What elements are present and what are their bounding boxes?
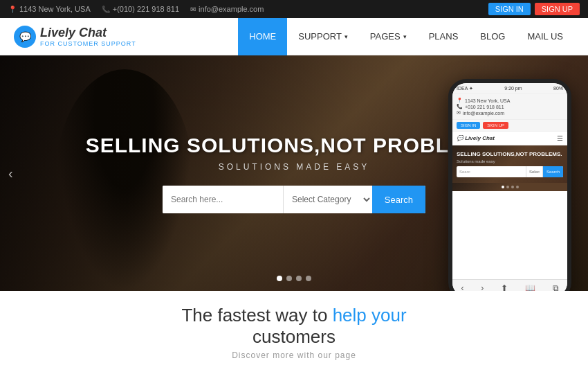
nav-home[interactable]: HOME [238, 18, 287, 55]
phone-email: info@example.com [463, 111, 504, 116]
phone-tel-icon: 📞 [457, 104, 463, 109]
top-bar: 📍 1143 New York, USA 📞 +(010) 221 918 81… [0, 0, 588, 18]
phone-hero-sub: Solutions made easy [457, 159, 563, 163]
logo-main: Lively Chat [40, 26, 136, 40]
hero-title: SELLING SOLUTIONS,NOT PROBLEMS. [86, 133, 503, 158]
logo-sub: FOR CUSTOMER SUPPORT [40, 40, 136, 47]
phone-dot-3[interactable] [511, 186, 514, 188]
phone-phone-row: 📞 +010 221 918 811 [457, 104, 563, 109]
hero-search-bar: Select Category Search [163, 186, 425, 213]
phone-dot-4[interactable] [516, 186, 519, 188]
phone-search-bar: Searc Selec Search [457, 166, 563, 177]
nav-pages[interactable]: PAGES ▾ [359, 18, 418, 55]
signup-button[interactable]: SIGN UP [535, 3, 580, 15]
phone-search-input[interactable]: Searc [457, 166, 526, 177]
top-bar-left: 📍 1143 New York, USA 📞 +(010) 221 918 81… [8, 5, 264, 13]
phone-status-bar: IDEA ✦ 9:20 pm 80% [452, 83, 567, 94]
nav-links: HOME SUPPORT ▾ PAGES ▾ PLANS BLOG MAIL U… [238, 18, 574, 55]
nav-support[interactable]: SUPPORT ▾ [287, 18, 359, 55]
logo: 💬 Lively Chat FOR CUSTOMER SUPPORT [14, 26, 238, 48]
phone-time: 9:20 pm [504, 86, 522, 91]
dot-4[interactable] [306, 276, 311, 281]
phone-dot-2[interactable] [506, 186, 509, 188]
phone-screen: IDEA ✦ 9:20 pm 80% 📍 1143 New York, USA … [452, 83, 567, 291]
phone-auth-btns: SIGN IN SIGN UP [452, 120, 567, 132]
phone-search-btn[interactable]: Search [543, 166, 563, 177]
phone-tabs-icon[interactable]: ⧉ [553, 283, 559, 291]
logo-icon: 💬 [14, 26, 36, 48]
logo-text: Lively Chat FOR CUSTOMER SUPPORT [40, 26, 136, 47]
email-icon: ✉ [190, 6, 196, 13]
phone-text: +(010) 221 918 811 [113, 5, 179, 13]
bottom-section: The fastest way to help your customers D… [0, 291, 588, 374]
phone-share-icon[interactable]: ⬆ [501, 283, 508, 291]
hero-subtitle: Solutions made easy [219, 162, 370, 172]
phone-dots [452, 183, 567, 191]
phone-carrier: IDEA ✦ [457, 86, 473, 91]
phone-nav: 💬 Lively Chat ☰ [452, 132, 567, 145]
phone-address: 1143 New York, USA [465, 98, 510, 103]
category-select[interactable]: Select Category [283, 186, 372, 213]
nav-mailUs[interactable]: MAIL US [516, 18, 574, 55]
bottom-subtitle: Discover more with our page [232, 350, 356, 360]
hero-title-part1: SELLING SOLUTIONS, [86, 134, 321, 157]
email-text: info@example.com [199, 5, 264, 13]
phone-mail-icon: ✉ [457, 110, 461, 116]
phone-forward-icon[interactable]: › [481, 283, 484, 291]
email-item: ✉ info@example.com [190, 5, 264, 13]
hero-section: SELLING SOLUTIONS,NOT PROBLEMS. Solution… [0, 55, 588, 291]
phone-signin-btn[interactable]: SIGN IN [457, 122, 480, 129]
search-input[interactable] [163, 186, 283, 213]
address-item: 📍 1143 New York, USA [8, 5, 91, 13]
phone-battery: 80% [553, 86, 563, 91]
phone-phone: +010 221 918 811 [465, 105, 504, 109]
phone-signup-btn[interactable]: SIGN UP [483, 122, 508, 129]
navbar: 💬 Lively Chat FOR CUSTOMER SUPPORT HOME … [0, 18, 588, 55]
phone-search-select[interactable]: Selec [526, 166, 543, 177]
phone-icon: 📞 [102, 6, 110, 13]
bottom-title: The fastest way to help your [181, 305, 406, 326]
phone-hero-title: SELLING SOLUTIONS,NOT PROBLEMS. [457, 151, 563, 158]
phone-contact-info: 📍 1143 New York, USA 📞 +010 221 918 811 … [452, 94, 567, 120]
phone-loc-icon: 📍 [457, 98, 463, 103]
phone-mockup: IDEA ✦ 9:20 pm 80% 📍 1143 New York, USA … [448, 79, 571, 291]
search-button[interactable]: Search [372, 186, 425, 213]
phone-back-icon[interactable]: ‹ [461, 283, 463, 291]
location-icon: 📍 [8, 6, 17, 13]
top-bar-right: SIGN IN SIGN UP [488, 3, 580, 15]
bottom-title-customers: customers [252, 326, 336, 348]
address-text: 1143 New York, USA [19, 5, 91, 13]
hero-dots [277, 276, 311, 281]
bottom-customers: customers [252, 326, 336, 347]
phone-item: 📞 +(010) 221 918 811 [102, 5, 179, 13]
phone-hero: SELLING SOLUTIONS,NOT PROBLEMS. Solution… [452, 145, 567, 183]
phone-bottom-bar: ‹ › ⬆ 📖 ⧉ [452, 279, 567, 291]
dot-3[interactable] [296, 276, 302, 281]
phone-dot-1[interactable] [502, 186, 504, 188]
nav-blog[interactable]: BLOG [469, 18, 516, 55]
caret-icon: ▾ [403, 33, 407, 40]
phone-bookmark-icon[interactable]: 📖 [525, 283, 535, 291]
signin-button[interactable]: SIGN IN [488, 3, 531, 15]
hero-prev-arrow[interactable]: ‹ [8, 166, 13, 181]
caret-icon: ▾ [344, 33, 348, 40]
phone-email-row: ✉ info@example.com [457, 110, 563, 116]
nav-plans[interactable]: PLANS [418, 18, 470, 55]
phone-menu-icon[interactable]: ☰ [557, 134, 563, 142]
phone-address-row: 📍 1143 New York, USA [457, 98, 563, 103]
dot-2[interactable] [286, 276, 292, 281]
phone-logo: 💬 Lively Chat [457, 135, 495, 141]
dot-1[interactable] [277, 276, 282, 281]
